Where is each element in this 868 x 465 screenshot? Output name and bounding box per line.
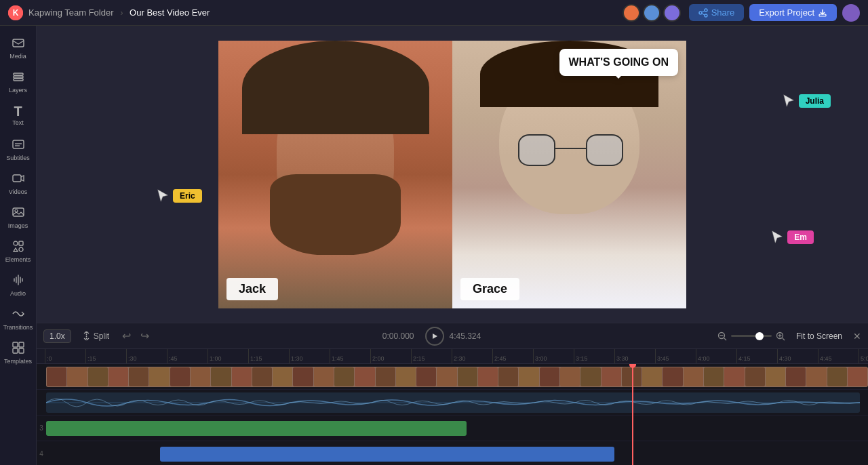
share-label: Share <box>711 7 735 18</box>
svg-rect-13 <box>13 140 24 148</box>
undo-button[interactable]: ↩ <box>120 329 133 342</box>
green-clip[interactable] <box>46 421 467 436</box>
sidebar-item-elements[interactable]: Elements <box>2 235 35 267</box>
app-logo: K <box>8 5 23 20</box>
film-thumbnail <box>540 367 559 386</box>
film-thumbnail <box>67 367 87 386</box>
current-time: 0:00.000 <box>382 331 414 341</box>
ruler-mark: 3:45 <box>655 349 696 363</box>
track-num-3: 3 <box>37 424 46 432</box>
folder-name[interactable]: Kapwing Team Folder <box>28 7 114 18</box>
sidebar-item-videos[interactable]: Videos <box>2 167 35 199</box>
film-thumbnail <box>293 367 313 386</box>
ruler-mark: 4:00 <box>696 349 736 363</box>
film-thumbnail <box>704 367 724 386</box>
svg-rect-10 <box>14 73 23 75</box>
sidebar-item-text[interactable]: T Text <box>2 99 35 132</box>
fit-to-screen-button[interactable]: Fit to Screen <box>791 329 848 343</box>
speed-control[interactable]: 1.0x <box>43 329 71 343</box>
ruler-mark: 4:30 <box>777 349 818 363</box>
ruler-mark: :30 <box>126 349 167 363</box>
film-thumbnail <box>273 367 292 386</box>
split-button[interactable]: Split <box>77 329 115 343</box>
sidebar-item-audio[interactable]: Audio <box>2 268 35 301</box>
redo-button[interactable]: ↪ <box>138 329 151 342</box>
film-thumbnail <box>458 367 477 386</box>
transitions-icon <box>12 307 25 323</box>
split-icon <box>82 331 91 340</box>
timeline-ruler: :0:15:30:451:001:151:301:452:002:152:302… <box>37 349 868 364</box>
sidebar-label-templates: Templates <box>4 358 32 365</box>
svg-rect-16 <box>13 175 21 182</box>
sidebar-label-text: Text <box>12 119 24 126</box>
ruler-mark: 5:00 <box>859 349 868 363</box>
film-thumbnail <box>252 367 272 386</box>
sidebar: Media Layers T Text Subtitles Videos <box>0 26 37 465</box>
play-button[interactable] <box>425 327 444 346</box>
film-thumbnail <box>622 367 642 386</box>
svg-rect-25 <box>13 348 18 353</box>
film-thumbnail <box>498 367 518 386</box>
film-thumbnail <box>724 367 744 386</box>
sidebar-label-layers: Layers <box>9 87 27 94</box>
film-thumbnail <box>745 367 765 386</box>
sidebar-item-images[interactable]: Images <box>2 201 35 233</box>
track-row-3: 3 <box>37 416 868 441</box>
film-thumbnail <box>827 367 847 386</box>
project-name[interactable]: Our Best Video Ever <box>130 7 210 18</box>
sidebar-item-transitions[interactable]: Transitions <box>2 302 35 335</box>
sidebar-label-elements: Elements <box>5 256 31 263</box>
film-thumbnail <box>396 367 416 386</box>
play-icon <box>431 333 438 340</box>
share-icon <box>698 8 708 18</box>
zoom-out-icon[interactable] <box>717 331 727 341</box>
film-thumbnail <box>560 367 580 386</box>
ruler-mark: 4:45 <box>818 349 859 363</box>
close-timeline-button[interactable]: ✕ <box>853 331 861 342</box>
svg-rect-24 <box>19 342 24 347</box>
ruler-mark: 1:30 <box>289 349 330 363</box>
film-thumbnail <box>416 367 436 386</box>
zoom-controls <box>717 331 785 341</box>
film-thumbnail <box>211 367 231 386</box>
name-tag-left: Jack <box>226 278 278 300</box>
film-thumbnail <box>129 367 149 386</box>
svg-text:K: K <box>13 8 19 18</box>
ruler-mark: 2:15 <box>411 349 452 363</box>
sidebar-item-media[interactable]: Media <box>2 31 35 64</box>
svg-point-3 <box>699 12 702 14</box>
ruler-mark: 2:00 <box>370 349 411 363</box>
blue-clip[interactable] <box>160 447 614 462</box>
video-clip[interactable] <box>46 367 868 387</box>
sidebar-item-subtitles[interactable]: Subtitles <box>2 133 35 165</box>
breadcrumb: Kapwing Team Folder › Our Best Video Eve… <box>28 7 623 18</box>
audio-clip[interactable] <box>46 392 860 413</box>
track-row-2 <box>37 390 868 416</box>
export-button[interactable]: Export Project <box>749 4 837 21</box>
ruler-mark: 1:15 <box>248 349 289 363</box>
film-thumbnail <box>478 367 498 386</box>
export-icon <box>818 8 827 18</box>
zoom-slider[interactable] <box>731 335 772 337</box>
sidebar-item-templates[interactable]: Templates <box>2 336 35 369</box>
sidebar-item-layers[interactable]: Layers <box>2 65 35 98</box>
em-cursor-arrow <box>770 230 785 245</box>
film-thumbnail <box>170 367 190 386</box>
film-thumbnail <box>149 367 169 386</box>
film-thumbnail <box>47 367 66 386</box>
user-avatar[interactable] <box>842 4 860 22</box>
share-button[interactable]: Share <box>689 4 745 21</box>
zoom-in-icon[interactable] <box>776 331 785 341</box>
film-thumbnail <box>766 367 785 386</box>
track-content-3[interactable] <box>46 416 868 441</box>
track-content-4[interactable] <box>46 441 868 465</box>
export-label: Export Project <box>759 7 814 18</box>
speech-bubble-text: WHAT'S GOING ON <box>569 56 669 68</box>
waveform-svg <box>46 392 860 413</box>
track-content-video[interactable] <box>46 364 868 389</box>
svg-point-4 <box>705 14 707 17</box>
timeline: 1.0x Split ↩ ↪ 0:00.000 4:45.324 <box>37 323 868 465</box>
timeline-tracks: 3 4 5 <box>37 364 868 465</box>
zoom-slider-thumb[interactable] <box>755 332 764 340</box>
track-content-audio[interactable] <box>46 390 868 415</box>
